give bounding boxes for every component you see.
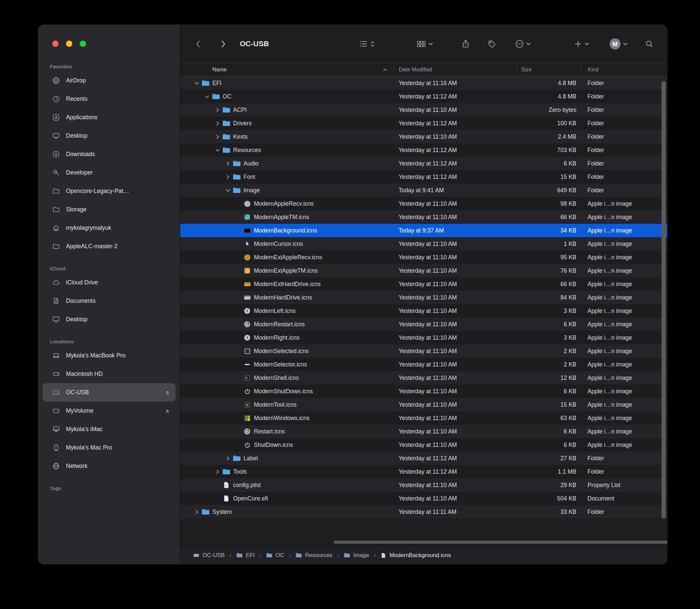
back-button[interactable] xyxy=(195,39,202,49)
file-row-modernharddrive-icns[interactable]: ModernHardDrive.icnsYesterday at 11:10 A… xyxy=(180,291,667,304)
sidebar-item-applealc-master-2[interactable]: AppleALC-master-2 xyxy=(42,237,175,256)
sidebar-item-opencore-legacy-pat[interactable]: Opencore-Legacy-Pat… xyxy=(42,182,175,200)
file-row-image[interactable]: ImageToday at 9:41 AM649 KBFolder xyxy=(180,184,667,197)
path-item-efi[interactable]: EFI xyxy=(236,552,255,559)
disclosure-triangle-icon[interactable] xyxy=(223,175,232,179)
disclosure-triangle-icon[interactable] xyxy=(213,121,222,126)
vertical-scrollbar[interactable] xyxy=(662,81,666,519)
sidebar-item-network[interactable]: Network xyxy=(42,457,175,475)
file-row-efi[interactable]: EFIYesterday at 11:16 AM4.8 MBFolder xyxy=(180,76,667,90)
file-row-modernappletm-icns[interactable]: ModernAppleTM.icnsYesterday at 11:10 AM6… xyxy=(180,210,667,224)
file-row-moderncursor-icns[interactable]: ModernCursor.icnsYesterday at 11:10 AM1 … xyxy=(180,237,667,250)
new-button[interactable] xyxy=(574,40,589,48)
file-row-config-plist[interactable]: config.plistYesterday at 11:10 AM29 KBPr… xyxy=(180,478,667,492)
date-modified-cell: Today at 9:41 AM xyxy=(394,187,517,194)
sidebar-item-airdrop[interactable]: AirDrop xyxy=(42,71,175,90)
sidebar-item-macintosh-hd[interactable]: Macintosh HD xyxy=(42,365,175,383)
file-row-modernbackground-icns[interactable]: ModernBackground.icnsToday at 9:37 AM34 … xyxy=(180,224,667,237)
kind-cell: Apple i…n image xyxy=(581,294,667,301)
date-modified-cell: Yesterday at 11:12 AM xyxy=(394,174,517,180)
path-item-modernbackground-icns[interactable]: ModernBackground.icns xyxy=(381,552,451,559)
column-header-kind[interactable]: Kind xyxy=(581,63,667,76)
column-header-size[interactable]: Size xyxy=(517,63,581,76)
file-row-audio[interactable]: AudioYesterday at 11:12 AM6 KBFolder xyxy=(180,157,667,170)
share-button[interactable] xyxy=(461,39,470,49)
file-row-modernshutdown-icns[interactable]: ModernShutDown.icnsYesterday at 11:10 AM… xyxy=(180,385,667,398)
minimize-button[interactable] xyxy=(66,40,72,47)
file-row-modernright-icns[interactable]: ModernRight.icnsYesterday at 11:10 AM3 K… xyxy=(180,331,667,344)
disclosure-triangle-icon[interactable] xyxy=(192,509,201,515)
name-cell: OpenCore.efi xyxy=(180,494,394,503)
disclosure-triangle-icon[interactable] xyxy=(213,107,222,112)
sidebar-item-storage[interactable]: Storage xyxy=(42,200,175,219)
sidebar-item-mykolagrymalyuk[interactable]: mykolagrymalyuk xyxy=(42,219,175,237)
file-row-opencore-efi[interactable]: OpenCore.efiYesterday at 11:10 AM504 KBD… xyxy=(180,492,667,505)
file-row-label[interactable]: LabelYesterday at 11:12 AM27 KBFolder xyxy=(180,452,667,465)
account-button[interactable]: M xyxy=(610,38,628,50)
file-row-shutdown-icns[interactable]: ShutDown.icnsYesterday at 11:10 AM6 KBAp… xyxy=(180,438,667,452)
zoom-button[interactable] xyxy=(80,40,86,47)
file-row-tools[interactable]: ToolsYesterday at 11:12 AM1.1 MBFolder xyxy=(180,465,667,478)
path-item-oc[interactable]: OC xyxy=(266,552,284,559)
disclosure-triangle-icon[interactable] xyxy=(213,134,222,139)
disclosure-triangle-icon[interactable] xyxy=(223,188,232,193)
eject-icon[interactable] xyxy=(164,389,171,396)
sidebar-item-icloud-drive[interactable]: iCloud Drive xyxy=(42,273,175,292)
file-row-moderntool-icns[interactable]: ModernTool.icnsYesterday at 11:10 AM15 K… xyxy=(180,398,667,411)
file-row-modernrestart-icns[interactable]: ModernRestart.icnsYesterday at 11:10 AM6… xyxy=(180,317,667,331)
column-header-name[interactable]: Name xyxy=(180,63,394,76)
forward-button[interactable] xyxy=(220,39,226,49)
file-row-resources[interactable]: ResourcesYesterday at 11:12 AM703 KBFold… xyxy=(180,143,667,157)
sidebar-item-oc-usb[interactable]: OC-USB xyxy=(42,383,175,402)
sidebar-item-mykola-s-imac[interactable]: Mykola’s iMac xyxy=(42,420,175,438)
file-row-oc[interactable]: OCYesterday at 11:12 AM4.8 MBFolder xyxy=(180,90,667,103)
file-row-modernselector-icns[interactable]: ModernSelector.icnsYesterday at 11:10 AM… xyxy=(180,358,667,371)
horizontal-scrollbar[interactable] xyxy=(334,541,667,544)
sidebar-item-applications[interactable]: Applications xyxy=(42,108,175,127)
disclosure-triangle-icon[interactable] xyxy=(192,81,201,86)
more-button[interactable] xyxy=(515,39,531,48)
file-row-modernshell-icns[interactable]: ModernShell.icnsYesterday at 11:10 AM12 … xyxy=(180,371,667,385)
file-row-acpi[interactable]: ACPIYesterday at 11:10 AMZero bytesFolde… xyxy=(180,103,667,117)
file-row-system[interactable]: SystemYesterday at 11:11 AM33 KBFolder xyxy=(180,505,667,519)
path-item-oc-usb[interactable]: OC-USB xyxy=(193,552,225,559)
disclosure-triangle-icon[interactable] xyxy=(213,148,222,153)
file-row-drivers[interactable]: DriversYesterday at 11:12 AM100 KBFolder xyxy=(180,117,667,130)
disclosure-triangle-icon[interactable] xyxy=(223,456,232,461)
sidebar-item-desktop[interactable]: Desktop xyxy=(42,127,175,145)
file-row-modernselected-icns[interactable]: ModernSelected.icnsYesterday at 11:10 AM… xyxy=(180,344,667,358)
sidebar-item-mykola-s-macbook-pro[interactable]: Mykola’s MacBook Pro xyxy=(42,346,175,365)
name-cell: Audio xyxy=(180,159,394,168)
tags-button[interactable] xyxy=(488,40,496,48)
disclosure-triangle-icon[interactable] xyxy=(203,94,211,99)
sidebar-item-developer[interactable]: Developer xyxy=(42,163,175,182)
sidebar-item-mykola-s-mac-pro[interactable]: Mykola’s Mac Pro xyxy=(42,438,175,457)
file-row-font[interactable]: FontYesterday at 11:12 AM15 KBFolder xyxy=(180,170,667,184)
path-item-resources[interactable]: Resources xyxy=(295,552,332,559)
file-row-modernwindows-icns[interactable]: ModernWindows.icnsYesterday at 11:10 AM6… xyxy=(180,411,667,425)
column-header-date[interactable]: Date Modified xyxy=(394,63,517,76)
sidebar-item-recents[interactable]: Recents xyxy=(42,90,175,108)
close-button[interactable] xyxy=(52,40,58,47)
file-row-modernapplerecv-icns[interactable]: ModernAppleRecv.icnsYesterday at 11:10 A… xyxy=(180,197,667,210)
view-mode-button[interactable] xyxy=(359,40,375,48)
file-row-modernleft-icns[interactable]: ModernLeft.icnsYesterday at 11:10 AM3 KB… xyxy=(180,304,667,317)
disclosure-triangle-icon[interactable] xyxy=(213,469,222,474)
kind-cell: Apple i…n image xyxy=(581,214,667,221)
folder-mini-icon xyxy=(344,552,350,558)
path-item-image[interactable]: Image xyxy=(344,552,369,559)
sidebar-item-downloads[interactable]: Downloads xyxy=(42,145,175,163)
search-button[interactable] xyxy=(645,40,653,48)
sidebar-item-documents[interactable]: Documents xyxy=(42,292,175,310)
file-row-kexts[interactable]: KextsYesterday at 11:10 AM2.4 MBFolder xyxy=(180,130,667,143)
file-row-restart-icns[interactable]: Restart.icnsYesterday at 11:10 AM6 KBApp… xyxy=(180,425,667,438)
sidebar-item-desktop[interactable]: Desktop xyxy=(42,310,175,329)
file-row-modernextharddrive-icns[interactable]: ModernExtHardDrive.icnsYesterday at 11:1… xyxy=(180,277,667,291)
sidebar-item-myvolume[interactable]: MyVolume xyxy=(42,402,175,420)
group-button[interactable] xyxy=(417,40,433,48)
file-row-modernextappletm-icns[interactable]: ModernExtAppleTM.icnsYesterday at 11:10 … xyxy=(180,264,667,277)
eject-icon[interactable] xyxy=(164,408,171,414)
file-row-modernextapplerecv-icns[interactable]: ModernExtAppleRecv.icnsYesterday at 11:1… xyxy=(180,250,667,264)
disclosure-triangle-icon[interactable] xyxy=(223,161,232,166)
windows-icon xyxy=(243,413,252,423)
